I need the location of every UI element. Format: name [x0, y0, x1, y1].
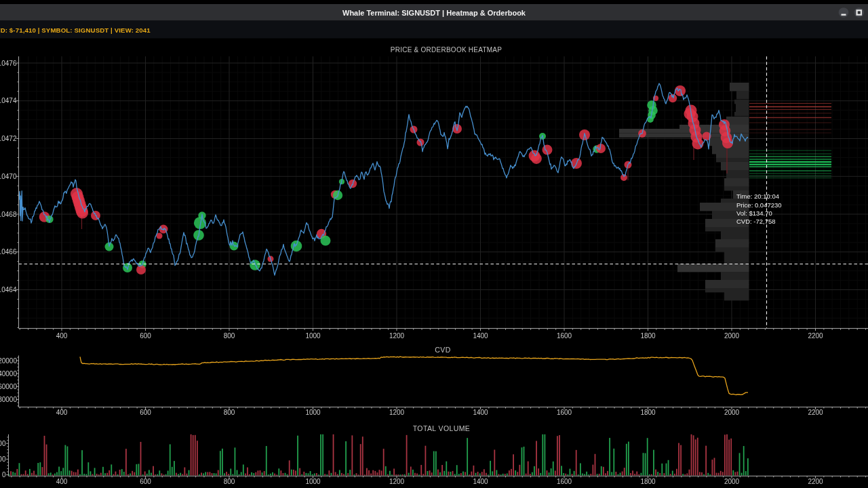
- svg-text:1600: 1600: [557, 409, 572, 416]
- svg-text:600: 600: [140, 478, 151, 485]
- svg-text:1600: 1600: [557, 478, 572, 485]
- svg-text:CVD: CVD: [435, 346, 450, 354]
- svg-text:1000: 1000: [305, 478, 321, 485]
- svg-text:-20000: -20000: [0, 357, 17, 365]
- svg-text:2000: 2000: [724, 409, 740, 416]
- svg-text:1000: 1000: [305, 332, 321, 340]
- svg-text:0.0470: 0.0470: [0, 173, 17, 180]
- svg-text:1200: 1200: [389, 332, 405, 340]
- svg-text:1600: 1600: [557, 332, 572, 340]
- svg-text:1800: 1800: [640, 332, 656, 340]
- svg-text:-80000: -80000: [0, 396, 17, 403]
- svg-text:1000: 1000: [305, 409, 321, 416]
- svg-text:Vol: $134.70: Vol: $134.70: [736, 209, 772, 217]
- svg-text:0.0474: 0.0474: [0, 97, 17, 104]
- svg-text:-60000: -60000: [0, 383, 17, 390]
- svg-text:1800: 1800: [640, 409, 656, 416]
- svg-text:1400: 1400: [473, 332, 488, 340]
- svg-text:2200: 2200: [808, 409, 823, 416]
- svg-text:CVD: $-71,410 | SYMBOL: SIGNUS: CVD: $-71,410 | SYMBOL: SIGNUSDT | VIEW:…: [0, 26, 151, 34]
- svg-text:1200: 1200: [389, 478, 405, 485]
- svg-text:1400: 1400: [473, 409, 488, 416]
- svg-text:2200: 2200: [808, 332, 823, 340]
- svg-text:2000: 2000: [724, 478, 740, 485]
- svg-text:800: 800: [224, 478, 235, 485]
- svg-text:400: 400: [56, 332, 68, 340]
- svg-text:PRICE & ORDERBOOK HEATMAP: PRICE & ORDERBOOK HEATMAP: [391, 46, 502, 54]
- svg-text:2200: 2200: [808, 478, 823, 485]
- svg-text:1400: 1400: [473, 478, 488, 485]
- svg-text:800: 800: [224, 332, 235, 340]
- svg-text:800: 800: [224, 409, 235, 416]
- svg-text:TOTAL VOLUME: TOTAL VOLUME: [413, 424, 471, 432]
- svg-text:0.0468: 0.0468: [0, 211, 17, 218]
- svg-text:0.0476: 0.0476: [0, 60, 17, 67]
- svg-text:2500: 2500: [0, 455, 6, 463]
- svg-text:0.0466: 0.0466: [0, 248, 17, 256]
- svg-text:400: 400: [56, 409, 68, 416]
- svg-text:2000: 2000: [724, 332, 740, 340]
- svg-text:0: 0: [2, 471, 6, 479]
- svg-text:CVD: -72,758: CVD: -72,758: [736, 218, 776, 225]
- svg-text:600: 600: [140, 409, 151, 416]
- svg-text:Price: 0.047230: Price: 0.047230: [736, 201, 782, 209]
- svg-text:400: 400: [56, 478, 68, 485]
- svg-text:1200: 1200: [389, 409, 405, 416]
- svg-text:5000: 5000: [0, 440, 6, 447]
- svg-text:Whale Terminal: SIGNUSDT | Hea: Whale Terminal: SIGNUSDT | Heatmap & Ord…: [342, 9, 526, 17]
- svg-text:1800: 1800: [640, 478, 656, 485]
- svg-text:Time: 20:10:04: Time: 20:10:04: [736, 192, 779, 200]
- svg-text:0.0472: 0.0472: [0, 135, 17, 142]
- svg-text:0.0464: 0.0464: [0, 286, 17, 293]
- svg-text:-40000: -40000: [0, 370, 17, 378]
- svg-text:600: 600: [140, 332, 151, 340]
